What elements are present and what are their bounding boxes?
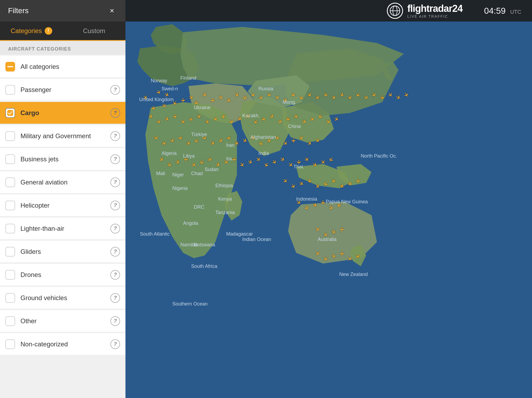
plane-icon[interactable]: ✈ bbox=[179, 98, 186, 103]
categories-list: All categoriesPassenger?Cargo?Military a… bbox=[0, 56, 125, 355]
checkbox-helicopter[interactable] bbox=[5, 201, 15, 210]
cat-name-other: Other bbox=[20, 317, 37, 325]
category-item-noncategorized[interactable]: Non-categorized? bbox=[0, 333, 125, 355]
cat-left-lighter: Lighter-than-air bbox=[5, 224, 64, 233]
category-item-passenger[interactable]: Passenger? bbox=[0, 79, 125, 101]
cat-name-cargo: Cargo bbox=[20, 109, 39, 117]
plane-icon[interactable]: ✈ bbox=[295, 160, 302, 165]
cat-left-helicopter: Helicopter bbox=[5, 201, 50, 210]
brand-logo bbox=[387, 3, 403, 19]
cat-name-military: Military and Government bbox=[20, 132, 91, 140]
cat-left-gliders: Gliders bbox=[5, 247, 41, 257]
cat-left-passenger: Passenger bbox=[5, 85, 51, 95]
category-item-military[interactable]: Military and Government? bbox=[0, 125, 125, 147]
checkbox-military[interactable] bbox=[5, 131, 15, 141]
tab-custom[interactable]: Custom bbox=[63, 22, 125, 40]
help-icon-cargo[interactable]: ? bbox=[110, 108, 120, 118]
plane-icon[interactable]: ✈ bbox=[284, 117, 291, 122]
cat-name-noncategorized: Non-categorized bbox=[20, 340, 68, 348]
category-item-lighter[interactable]: Lighter-than-air? bbox=[0, 218, 125, 240]
help-icon-lighter[interactable]: ? bbox=[110, 224, 120, 233]
tab-bar: Categories ! Custom bbox=[0, 22, 125, 41]
checkbox-general[interactable] bbox=[5, 177, 15, 187]
checkbox-gliders[interactable] bbox=[5, 247, 15, 257]
tab-custom-label: Custom bbox=[83, 27, 105, 35]
help-icon-noncategorized[interactable]: ? bbox=[110, 339, 120, 349]
close-button[interactable]: × bbox=[107, 5, 117, 16]
help-icon-military[interactable]: ? bbox=[110, 131, 120, 141]
filter-title: Filters bbox=[8, 6, 29, 15]
plane-icon[interactable]: ✈ bbox=[171, 114, 178, 119]
help-icon-other[interactable]: ? bbox=[110, 316, 120, 326]
plane-icon[interactable]: ✈ bbox=[220, 114, 227, 119]
help-icon-passenger[interactable]: ? bbox=[110, 85, 120, 95]
plane-icon[interactable]: ✈ bbox=[177, 136, 184, 140]
filter-header: Filters × bbox=[0, 0, 125, 22]
cat-left-noncategorized: Non-categorized bbox=[5, 339, 68, 349]
plane-icon[interactable]: ✈ bbox=[225, 136, 232, 140]
plane-icon[interactable]: ✈ bbox=[290, 138, 297, 143]
plane-icon[interactable]: ✈ bbox=[306, 179, 313, 183]
help-icon-drones[interactable]: ? bbox=[110, 270, 120, 280]
help-icon-ground[interactable]: ? bbox=[110, 293, 120, 303]
section-label: AIRCRAFT CATEGORIES bbox=[0, 41, 125, 55]
cat-left-general: General aviation bbox=[5, 177, 68, 187]
category-item-business[interactable]: Business jets? bbox=[0, 148, 125, 170]
cat-left-other: Other bbox=[5, 316, 37, 326]
category-item-general[interactable]: General aviation? bbox=[0, 171, 125, 193]
plane-icon[interactable]: ✈ bbox=[265, 93, 272, 97]
checkbox-drones[interactable] bbox=[5, 270, 15, 280]
cat-left-military: Military and Government bbox=[5, 131, 91, 141]
checkbox-ground[interactable] bbox=[5, 293, 15, 303]
cat-name-helicopter: Helicopter bbox=[20, 202, 50, 209]
checkbox-passenger[interactable] bbox=[5, 85, 15, 95]
help-icon-helicopter[interactable]: ? bbox=[110, 201, 120, 210]
help-icon-general[interactable]: ? bbox=[110, 177, 120, 187]
cat-left-drones: Drones bbox=[5, 270, 41, 280]
plane-icon[interactable]: ✈ bbox=[182, 157, 189, 162]
cat-name-ground: Ground vehicles bbox=[20, 294, 67, 302]
plane-icon[interactable]: ✈ bbox=[338, 251, 345, 256]
category-item-other[interactable]: Other? bbox=[0, 310, 125, 332]
utc-clock: 04:59 UTC bbox=[484, 6, 521, 16]
plane-icon[interactable]: ✈ bbox=[354, 179, 361, 183]
plane-icon[interactable]: ✈ bbox=[319, 200, 326, 205]
category-item-gliders[interactable]: Gliders? bbox=[0, 241, 125, 263]
cat-name-drones: Drones bbox=[20, 271, 41, 279]
time-timezone: UTC bbox=[510, 9, 521, 15]
category-item-all[interactable]: All categories bbox=[0, 56, 125, 78]
brand: flightradar24 LIVE AIR TRAFFIC bbox=[387, 3, 463, 19]
category-item-cargo[interactable]: Cargo? bbox=[0, 102, 125, 124]
cat-name-business: Business jets bbox=[20, 155, 58, 163]
cat-left-ground: Ground vehicles bbox=[5, 293, 67, 303]
checkbox-lighter[interactable] bbox=[5, 224, 15, 233]
cat-name-lighter: Lighter-than-air bbox=[20, 225, 64, 232]
category-item-ground[interactable]: Ground vehicles? bbox=[0, 287, 125, 309]
cat-left-business: Business jets bbox=[5, 154, 58, 164]
plane-icon[interactable]: ✈ bbox=[230, 157, 237, 162]
tab-categories[interactable]: Categories ! bbox=[0, 22, 63, 41]
category-item-drones[interactable]: Drones? bbox=[0, 264, 125, 286]
checkbox-business[interactable] bbox=[5, 154, 15, 164]
brand-info: flightradar24 LIVE AIR TRAFFIC bbox=[407, 3, 463, 19]
checkbox-noncategorized[interactable] bbox=[5, 339, 15, 349]
checkbox-cargo[interactable] bbox=[5, 108, 15, 118]
help-icon-business[interactable]: ? bbox=[110, 154, 120, 164]
tab-categories-badge: ! bbox=[45, 27, 52, 35]
brand-name: flightradar24 bbox=[407, 3, 463, 14]
help-icon-gliders[interactable]: ? bbox=[110, 247, 120, 257]
time-value: 04:59 bbox=[484, 6, 506, 16]
cat-left-all: All categories bbox=[5, 62, 59, 72]
plane-icon[interactable]: ✈ bbox=[209, 98, 216, 103]
cat-name-all: All categories bbox=[20, 63, 59, 70]
cat-name-gliders: Gliders bbox=[20, 248, 41, 255]
plane-icon[interactable]: ✈ bbox=[379, 95, 386, 100]
checkbox-other[interactable] bbox=[5, 316, 15, 326]
checkbox-all[interactable] bbox=[5, 62, 15, 72]
brand-subtitle: LIVE AIR TRAFFIC bbox=[407, 14, 463, 19]
category-item-helicopter[interactable]: Helicopter? bbox=[0, 194, 125, 216]
plane-icon[interactable]: ✈ bbox=[322, 93, 329, 97]
plane-icon[interactable]: ✈ bbox=[338, 227, 345, 232]
filter-panel: Filters × Categories ! Custom AIRCRAFT C… bbox=[0, 0, 125, 398]
tab-categories-label: Categories bbox=[10, 27, 42, 35]
